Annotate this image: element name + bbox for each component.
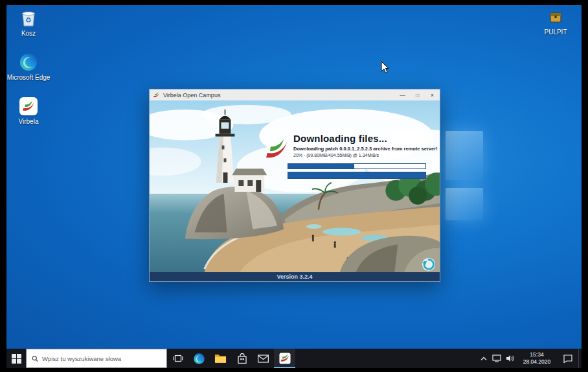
close-button[interactable]: × [425,89,440,100]
desktop-icon-label: PULPIT [544,29,567,36]
desktop-icon-label: Virbela [19,118,39,125]
store-icon [237,353,247,364]
taskbar-search-input[interactable] [42,355,161,362]
virbela-icon [279,353,291,364]
tray-clock[interactable]: 15:34 28.04.2020 [516,349,558,368]
edge-icon [18,52,39,73]
loading-spinner-icon [422,257,436,272]
virbela-launcher-window: Virbela Open Campus — □ × [149,89,440,282]
file-explorer-icon [214,353,227,364]
window-footer: Version 3.2.4 [150,272,440,281]
maximize-button[interactable]: □ [410,89,425,100]
start-button[interactable] [6,349,26,368]
desktop-icon-label: Microsoft Edge [7,74,51,81]
taskbar-app-virbela[interactable] [274,349,295,368]
progress-bar-patch-fill [288,164,354,169]
download-subheading: Downloading patch 0.0.0.1_2.5.2.3 archiv… [293,146,435,152]
virbela-icon [18,96,39,117]
progress-bar-total-fill [288,172,425,178]
wallpaper-windows-logo-pane [446,188,483,220]
taskbar: 15:34 28.04.2020 [6,349,582,368]
desktop-icon-label: Kosz [21,30,36,37]
minimize-button[interactable]: — [395,89,410,100]
tray-network-icon[interactable] [490,349,503,368]
taskbar-app-file-explorer[interactable] [210,349,231,368]
wallpaper-windows-logo-pane [446,131,483,180]
progress-bars [288,163,426,179]
window-app-icon [153,91,160,99]
notification-icon [563,355,572,363]
show-desktop-button[interactable] [578,349,582,368]
progress-bar-patch [288,163,426,169]
taskbar-app-mail[interactable] [253,349,274,368]
version-label: Version 3.2.4 [277,273,312,280]
taskbar-app-edge[interactable] [188,349,210,368]
tray-chevron-up-icon[interactable] [477,349,490,368]
screen: ♻ Kosz Microsoft Edge [6,5,582,368]
download-status-panel: Downloading files... Downloading patch 0… [264,133,435,157]
action-center-button[interactable] [558,349,578,368]
task-view-button[interactable] [167,349,188,368]
search-icon [32,355,38,362]
task-view-icon [173,354,183,363]
download-heading: Downloading files... [293,133,435,144]
virbela-logo [264,137,289,163]
download-progress-detail: 20% - (99.80MiB/494.55MiB) @ 1.34MiB/s [293,153,435,157]
tray-volume-icon[interactable] [503,349,516,368]
pulpit-folder-icon [545,6,566,27]
recycle-bin-icon: ♻ [18,8,39,29]
clock-date: 28.04.2020 [523,358,551,366]
windows-logo-icon [12,354,21,364]
clock-time: 15:34 [530,351,543,358]
mail-icon [258,355,269,363]
window-title: Virbela Open Campus [163,92,220,99]
lighthouse-scene-image [150,100,440,272]
launcher-content: Downloading files... Downloading patch 0… [150,100,440,272]
desktop-icon-edge[interactable]: Microsoft Edge [8,52,49,81]
taskbar-spacer [295,349,477,368]
window-titlebar[interactable]: Virbela Open Campus — □ × [150,89,440,100]
taskbar-app-store[interactable] [231,349,253,368]
system-tray: 15:34 28.04.2020 [477,349,582,368]
desktop-icon-pulpit[interactable]: PULPIT [535,6,576,36]
taskbar-search[interactable] [26,349,167,368]
desktop-icon-recycle-bin[interactable]: ♻ Kosz [8,8,49,37]
svg-text:♻: ♻ [25,16,32,24]
desktop[interactable]: ♻ Kosz Microsoft Edge [6,5,582,349]
desktop-icon-virbela[interactable]: Virbela [8,96,49,125]
edge-icon [193,353,205,365]
progress-bar-total [288,172,426,179]
